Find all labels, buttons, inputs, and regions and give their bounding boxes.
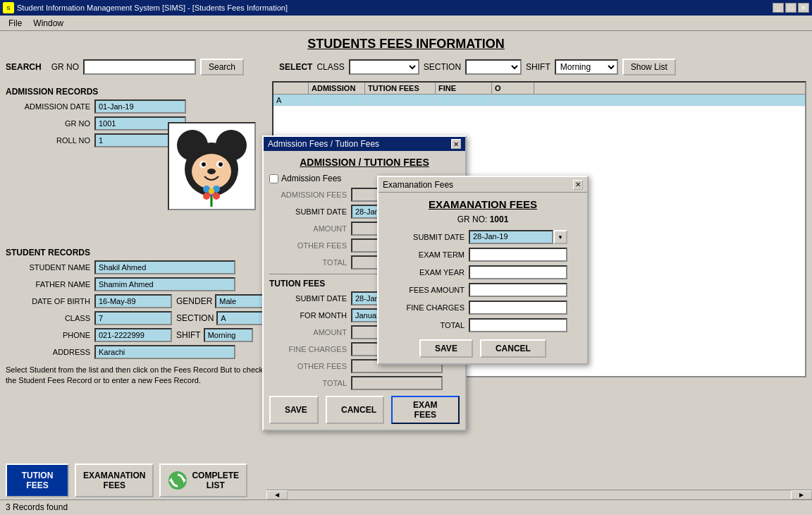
- dialog2-gr-label: GR NO:: [457, 214, 490, 224]
- admission-date-field[interactable]: [94, 99, 186, 114]
- shift-field[interactable]: [204, 328, 253, 342]
- dialog2-submit-date-label: SUBMIT DATE: [387, 233, 465, 241]
- section-field-label: SECTION: [176, 313, 214, 323]
- gender-field[interactable]: [215, 294, 264, 308]
- dob-field[interactable]: [94, 294, 172, 308]
- student-photo: [171, 126, 252, 207]
- shift-label: SHIFT: [526, 62, 550, 72]
- dialog2-fine-charges-field[interactable]: [469, 301, 567, 315]
- search-button[interactable]: Search: [200, 59, 244, 75]
- dialog1-total2-row: TOTAL: [269, 376, 460, 390]
- dialog1-cancel-btn[interactable]: CANCEL: [326, 396, 384, 424]
- dialog2-gr-value: 1001: [490, 214, 509, 224]
- dialog2-title-bar-text: Examanation Fees: [383, 180, 453, 190]
- select-label: SELECT: [279, 62, 312, 72]
- svg-point-14: [213, 193, 220, 200]
- dialog2-exam-term-label: EXAM TERM: [387, 250, 465, 259]
- dialog2-fees-amount-field[interactable]: [469, 283, 567, 297]
- grid-header-col1: ADMISSION: [309, 83, 365, 94]
- grid-header-col3: FINE: [436, 83, 492, 94]
- menu-window[interactable]: Window: [27, 17, 69, 30]
- dialog2-exam-term-field[interactable]: [469, 248, 567, 262]
- info-text: Select Student from the list and then cl…: [6, 365, 266, 387]
- minimize-btn[interactable]: _: [773, 3, 784, 13]
- dialog2-exam-term-row: EXAM TERM: [387, 248, 579, 262]
- dialog1-other-fees2-label: OTHER FEES: [269, 362, 347, 370]
- dialog1-other-fees-label: OTHER FEES: [269, 241, 347, 250]
- status-bar: 3 Records found: [0, 499, 812, 515]
- menu-bar: File Window: [0, 16, 812, 31]
- menu-file[interactable]: File: [3, 17, 27, 30]
- svg-point-7: [219, 162, 223, 166]
- dialog2-save-btn[interactable]: SAVE: [419, 339, 473, 358]
- class-label: CLASS: [316, 62, 344, 72]
- svg-point-6: [202, 162, 206, 166]
- main-content: STUDENTS FEES INFORMATION SEARCH GR NO S…: [0, 31, 812, 515]
- dialog2-cancel-btn[interactable]: CANCEL: [480, 339, 546, 358]
- dialog1-section-title: ADMISSION / TUTION FEES: [269, 157, 460, 168]
- admission-fees-checkbox[interactable]: [269, 174, 278, 183]
- maximize-btn[interactable]: □: [785, 3, 796, 13]
- dialog2-gr-row: GR NO: 1001: [387, 214, 579, 224]
- shift-field-label: SHIFT: [176, 330, 201, 340]
- shift-select[interactable]: Morning: [555, 59, 618, 75]
- dialog2-total-field[interactable]: [469, 318, 567, 332]
- dialog2-submit-date-row: SUBMIT DATE 28-Jan-19 ▼: [387, 230, 579, 244]
- title-bar: S Student Information Management System …: [0, 0, 812, 16]
- dialog1-admission-fees-label: ADMISSION FEES: [269, 190, 347, 199]
- select-section: SELECT CLASS SECTION SHIFT Morning Show …: [279, 59, 676, 75]
- top-row: SEARCH GR NO Search SELECT CLASS SECTION…: [6, 59, 806, 75]
- action-buttons: TUTIONFEES EXAMANATIONFEES COMPLETELIST: [6, 464, 247, 497]
- grid-cell-3: [436, 95, 492, 106]
- dialog2-total-label: TOTAL: [387, 321, 465, 329]
- student-name-field[interactable]: [94, 260, 235, 274]
- page-title: STUDENTS FEES INFORMATION: [6, 37, 806, 52]
- dialog1-total2-field[interactable]: [351, 376, 443, 390]
- gr-no-label: GR NO: [51, 62, 79, 72]
- dialog1-exam-fees-btn[interactable]: EXAM FEES: [391, 396, 460, 424]
- section-field[interactable]: [216, 311, 266, 325]
- father-name-field[interactable]: [94, 277, 235, 291]
- dialog1-save-btn[interactable]: SAVE: [269, 396, 319, 424]
- tution-fees-btn[interactable]: TUTIONFEES: [6, 464, 69, 497]
- dialog2-exam-year-field[interactable]: [469, 265, 567, 279]
- dialog1-for-month-label: FOR MONTH: [269, 311, 347, 320]
- admission-fees-checkbox-label: Admission Fees: [281, 174, 341, 183]
- class-field-label: CLASS: [6, 314, 90, 322]
- class-field[interactable]: [94, 311, 172, 325]
- complete-list-btn[interactable]: COMPLETELIST: [159, 464, 247, 497]
- roll-no-label: ROLL NO: [6, 136, 90, 145]
- search-input[interactable]: [83, 59, 196, 75]
- dialog1-amount-label: AMOUNT: [269, 224, 347, 233]
- phone-field[interactable]: [94, 328, 172, 342]
- examanation-fees-btn[interactable]: EXAMANATIONFEES: [75, 464, 154, 497]
- refresh-icon: [168, 471, 187, 490]
- svg-point-13: [203, 193, 210, 200]
- class-row: CLASS SECTION: [6, 311, 266, 325]
- address-field[interactable]: [94, 345, 235, 359]
- left-panel: ADMISSION RECORDS ADMISSION DATE GR NO R…: [6, 81, 266, 387]
- dialog2-close-btn[interactable]: ✕: [573, 180, 583, 190]
- show-list-btn[interactable]: Show List: [622, 59, 676, 75]
- svg-point-8: [207, 169, 216, 174]
- dialog1-submit-date-label: SUBMIT DATE: [269, 207, 347, 216]
- dialog1-close-btn[interactable]: ✕: [451, 139, 461, 149]
- dialog2-exam-year-row: EXAM YEAR: [387, 265, 579, 279]
- dialog2-fees-amount-label: FEES AMOUNT: [387, 286, 465, 294]
- svg-point-15: [209, 188, 214, 194]
- grid-header: ADMISSION TUTION FEES FINE O: [273, 83, 805, 95]
- dialog2-date-picker-btn[interactable]: ▼: [553, 230, 567, 244]
- table-row[interactable]: A: [273, 95, 805, 107]
- app-icon: S: [3, 2, 14, 13]
- admission-date-row: ADMISSION DATE: [6, 99, 266, 114]
- section-label: SECTION: [424, 62, 461, 72]
- dialog1-tution-amount-label: AMOUNT: [269, 328, 347, 337]
- title-bar-controls: _ □ ✕: [773, 3, 809, 13]
- grid-header-col0: [273, 83, 309, 94]
- title-bar-text: Student Information Management System [S…: [17, 4, 288, 12]
- status-text: 3 Records found: [6, 502, 68, 512]
- close-btn[interactable]: ✕: [798, 3, 809, 13]
- class-select[interactable]: [349, 59, 419, 75]
- section-select[interactable]: [465, 59, 522, 75]
- dialog1-total2-label: TOTAL: [269, 379, 347, 387]
